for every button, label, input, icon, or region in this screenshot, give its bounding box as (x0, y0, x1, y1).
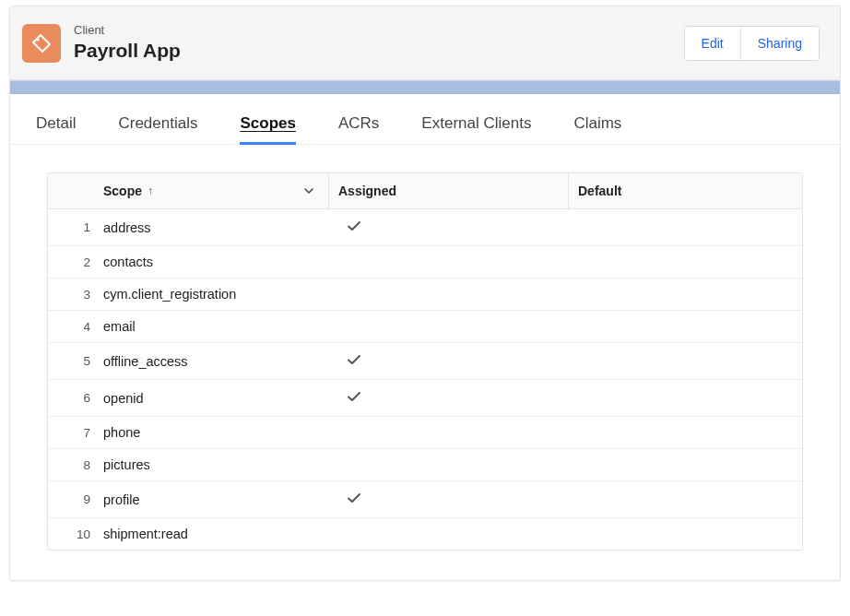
cell-scope: shipment:read (103, 518, 329, 550)
table-row[interactable]: 8pictures (48, 448, 802, 480)
cell-default (569, 318, 802, 335)
cell-default (569, 254, 802, 270)
header-left: Client Payroll App (22, 23, 181, 63)
table-row[interactable]: 9profile (48, 480, 802, 517)
row-index: 9 (48, 484, 103, 515)
tab-acrs[interactable]: ACRs (338, 114, 379, 144)
sort-asc-icon: ↑ (148, 184, 153, 197)
cell-default (569, 456, 802, 473)
table-row[interactable]: 10shipment:read (48, 517, 802, 550)
cell-assigned (329, 481, 569, 517)
header-actions: Edit Sharing (684, 26, 820, 61)
check-icon (346, 218, 362, 234)
cell-default (569, 219, 802, 236)
row-index: 8 (48, 450, 103, 480)
row-index: 10 (48, 519, 103, 550)
row-index: 4 (48, 312, 103, 342)
cell-scope: contacts (103, 246, 329, 278)
th-scope[interactable]: Scope ↑ (103, 173, 329, 208)
cell-default (569, 424, 802, 441)
cell-assigned (329, 254, 569, 270)
table-row[interactable]: 5offline_access (48, 342, 802, 379)
cell-assigned (329, 343, 569, 379)
th-default-label: Default (578, 184, 621, 198)
cell-default (569, 286, 802, 302)
row-index: 7 (48, 418, 103, 448)
price-tag-icon (22, 24, 61, 63)
svg-point-0 (36, 38, 39, 41)
header-bar: Client Payroll App Edit Sharing (10, 6, 840, 80)
cell-assigned (329, 318, 569, 335)
cell-default (569, 526, 802, 542)
th-assigned[interactable]: Assigned (329, 173, 569, 208)
chevron-down-icon[interactable] (302, 184, 315, 197)
table-row[interactable]: 6openid (48, 379, 802, 416)
th-index (48, 173, 103, 208)
row-index: 2 (48, 247, 103, 278)
cell-scope: address (103, 212, 329, 243)
table-row[interactable]: 2contacts (48, 245, 802, 278)
tab-claims[interactable]: Claims (573, 114, 621, 144)
page-title: Payroll App (74, 39, 181, 63)
table-row[interactable]: 3cym.client_registration (48, 278, 802, 310)
cell-assigned (329, 380, 569, 416)
cell-scope: openid (103, 383, 329, 414)
th-assigned-label: Assigned (338, 184, 396, 198)
cell-assigned (329, 526, 569, 542)
table-row[interactable]: 7phone (48, 416, 802, 448)
cell-scope: email (103, 311, 329, 342)
row-index: 3 (48, 279, 103, 310)
check-icon (346, 388, 362, 405)
cell-scope: phone (103, 417, 329, 448)
cell-assigned (329, 424, 569, 441)
tab-scopes[interactable]: Scopes (240, 114, 295, 144)
tabs: DetailCredentialsScopesACRsExternal Clie… (10, 94, 840, 145)
cell-scope: pictures (103, 449, 329, 480)
cell-scope: cym.client_registration (103, 278, 329, 310)
table-row[interactable]: 1address (48, 209, 802, 245)
tab-external-clients[interactable]: External Clients (421, 114, 531, 144)
header-titles: Client Payroll App (74, 23, 181, 63)
header-eyebrow: Client (74, 23, 181, 39)
row-index: 5 (48, 346, 103, 376)
cell-scope: profile (103, 484, 329, 515)
scopes-table: Scope ↑ Assigned Default 1address2contac… (47, 172, 803, 551)
cell-assigned (329, 286, 569, 302)
cell-assigned (329, 209, 569, 245)
sharing-button[interactable]: Sharing (740, 27, 819, 60)
row-index: 6 (48, 383, 103, 413)
th-scope-label: Scope (103, 184, 142, 198)
cell-default (569, 353, 802, 370)
check-icon (346, 351, 362, 368)
cell-assigned (329, 456, 569, 473)
cell-scope: offline_access (103, 346, 329, 377)
th-default[interactable]: Default (569, 173, 802, 208)
cell-default (569, 390, 802, 407)
table-header: Scope ↑ Assigned Default (48, 173, 802, 209)
decor-strip (10, 80, 840, 94)
table-body: 1address2contacts3cym.client_registratio… (48, 209, 802, 550)
check-icon (346, 490, 362, 506)
table-row[interactable]: 4email (48, 310, 802, 342)
app-card: Client Payroll App Edit Sharing DetailCr… (9, 6, 841, 581)
tab-credentials[interactable]: Credentials (118, 114, 197, 144)
edit-button[interactable]: Edit (685, 27, 740, 60)
row-index: 1 (48, 212, 103, 243)
content: Scope ↑ Assigned Default 1address2contac… (10, 145, 840, 580)
tab-detail[interactable]: Detail (36, 114, 76, 144)
cell-default (569, 492, 802, 508)
